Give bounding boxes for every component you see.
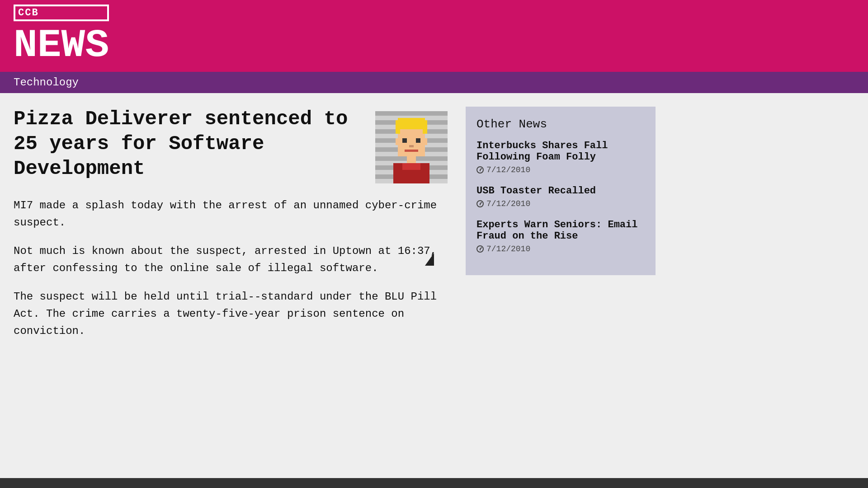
logo-text: CCB [18,7,39,19]
clock-icon-2 [476,200,484,207]
news-item-title-2: USB Toaster Recalled [476,185,645,197]
clock-icon-1 [476,166,484,174]
news-item-1[interactable]: Interbucks Shares Fall Following Foam Fo… [476,140,645,174]
svg-rect-22 [402,163,420,170]
mugshot-svg [375,111,448,183]
article: Pizza Deliverer sentenced to 25 years fo… [14,107,448,486]
article-title: Pizza Deliverer sentenced to 25 years fo… [14,107,362,181]
svg-rect-14 [402,138,407,143]
other-news-title: Other News [476,117,645,131]
news-item-title-1: Interbucks Shares Fall Following Foam Fo… [476,140,645,163]
article-body: MI7 made a splash today with the arrest … [14,197,448,340]
article-header: Pizza Deliverer sentenced to 25 years fo… [14,107,448,183]
mugshot-image [375,111,448,183]
svg-rect-13 [398,118,425,122]
article-paragraph-1: MI7 made a splash today with the arrest … [14,197,448,232]
category-label: Technology [14,76,79,89]
logo-box: CCB [14,5,109,21]
clock-icon-3 [476,245,484,253]
svg-rect-15 [416,138,420,143]
svg-rect-1 [375,111,448,116]
article-paragraph-3: The suspect will be held until trial--st… [14,288,448,340]
news-title: NEWS [14,26,109,66]
news-item-title-3: Experts Warn Seniors: Email Fraud on the… [476,219,645,242]
bottom-bar [0,478,868,488]
news-item-2[interactable]: USB Toaster Recalled 7/12/2010 [476,185,645,208]
article-paragraph-2: Not much is known about the suspect, arr… [14,243,448,277]
svg-rect-19 [425,138,427,145]
category-bar: Technology [0,72,868,93]
news-item-date-1: 7/12/2010 [476,165,645,174]
svg-rect-17 [405,150,418,152]
news-item-3[interactable]: Experts Warn Seniors: Email Fraud on the… [476,219,645,253]
svg-rect-16 [409,145,414,147]
svg-rect-20 [407,156,416,163]
other-news-box: Other News Interbucks Shares Fall Follow… [466,107,656,275]
svg-rect-18 [396,138,398,145]
header: CCB NEWS [0,0,868,72]
news-item-date-3: 7/12/2010 [476,244,645,253]
news-item-date-2: 7/12/2010 [476,199,645,208]
main-content: Pizza Deliverer sentenced to 25 years fo… [0,93,868,488]
sidebar: Other News Interbucks Shares Fall Follow… [466,107,656,486]
